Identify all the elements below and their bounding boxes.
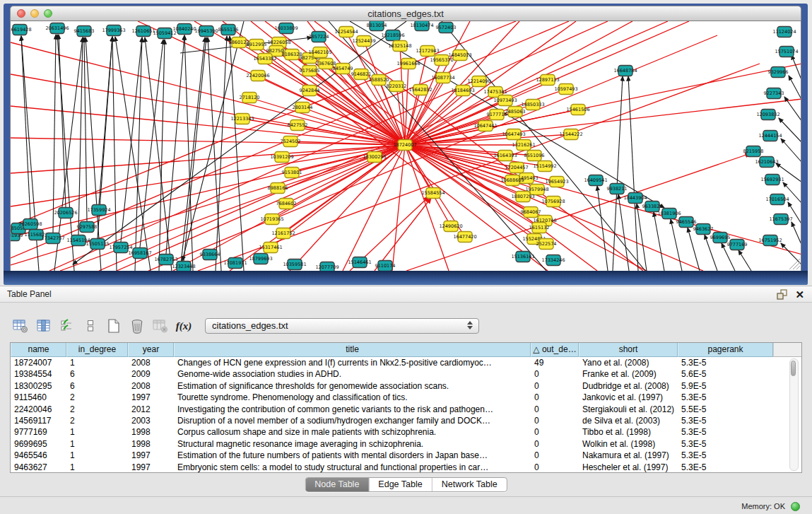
table-cell[interactable]: Genome-wide association studies in ADHD. (174, 368, 531, 380)
network-node[interactable]: 19945390 (194, 26, 218, 37)
column-header-short[interactable]: short (579, 343, 678, 357)
network-node[interactable]: 20631496 (45, 23, 69, 34)
network-node[interactable]: 9177716 (487, 110, 507, 120)
network-node[interactable]: 7485063 (505, 107, 526, 117)
fx-icon[interactable]: f(x) (175, 317, 193, 334)
table-row[interactable]: 946362711997Embryonic stem cells: a mode… (11, 462, 801, 473)
network-node[interactable]: 12161752 (271, 228, 295, 239)
table-cell[interactable]: 5.3E-5 (678, 450, 773, 461)
table-cell[interactable]: 0 (531, 415, 579, 426)
network-node[interactable]: 19218596 (381, 30, 404, 41)
network-node[interactable]: 8655136 (218, 25, 239, 35)
network-node[interactable]: 9415683 (74, 26, 95, 37)
table-cell[interactable]: 0 (531, 404, 579, 415)
table-cell[interactable]: 1 (66, 357, 128, 368)
table-cell[interactable]: 9463627 (11, 462, 66, 473)
table-cell[interactable]: 5.3E-5 (678, 392, 773, 403)
network-node[interactable]: 8427552 (288, 120, 308, 131)
table-cell[interactable]: 9777169 (11, 426, 66, 438)
table-cell[interactable]: 0 (531, 392, 579, 403)
network-node[interactable]: 9110174 (375, 261, 396, 271)
network-node[interactable]: 8215958 (743, 146, 764, 157)
table-cell[interactable]: de Silva et al. (2003) (579, 415, 678, 426)
network-node[interactable]: 16033809 (274, 23, 298, 34)
network-node[interactable]: 2718120 (240, 93, 260, 103)
table-cell[interactable]: Yano et al. (2008) (579, 357, 678, 368)
network-node[interactable]: 15751074 (775, 47, 798, 57)
table-cell[interactable]: 6 (66, 368, 128, 380)
rows-icon[interactable] (81, 317, 100, 334)
network-node[interactable]: 9938211 (607, 184, 628, 194)
network-node[interactable]: 12490620 (439, 221, 462, 232)
network-node[interactable]: 15317461 (259, 243, 282, 253)
new-document-icon[interactable] (105, 317, 123, 334)
table-cell[interactable]: 18724007 (11, 357, 66, 368)
resize-grip-icon[interactable] (793, 262, 800, 269)
table-cell[interactable]: 2012 (128, 404, 174, 415)
tab-edge-table[interactable]: Edge Table (369, 478, 432, 491)
network-node[interactable]: 8551096 (524, 151, 545, 161)
network-node[interactable]: 15642832 (408, 85, 432, 95)
network-window-titlebar[interactable]: citations_edges.txt (10, 6, 801, 21)
table-row[interactable]: 1872400712008Changes of HCN gene express… (11, 357, 801, 368)
network-node[interactable]: 9633821 (642, 201, 663, 212)
table-row[interactable]: 1830029562008Estimation of significance … (11, 380, 801, 392)
network-canvas[interactable]: 1661942820631496941568317999363126106511… (10, 21, 801, 271)
table-cell[interactable]: 1 (66, 438, 128, 450)
table-cell[interactable]: Dudbridge et al. (2008) (579, 380, 678, 392)
network-view-window[interactable]: citations_edges.txt 16619428206314969415… (4, 4, 808, 285)
table-cell[interactable]: 2 (66, 392, 128, 403)
table-cell[interactable]: 5.3E-5 (678, 357, 773, 368)
table-cell[interactable]: Wolkin et al. (1998) (579, 438, 678, 450)
network-node[interactable]: 16619428 (11, 25, 32, 35)
network-node[interactable]: 9463627 (693, 224, 714, 235)
table-cell[interactable]: Changes of HCN gene expression and I(f) … (174, 357, 531, 368)
network-node[interactable]: 9684067 (521, 207, 541, 218)
table-delete-icon[interactable] (151, 317, 170, 334)
table-cell[interactable]: 0 (531, 380, 579, 392)
table-cell[interactable]: 0 (531, 462, 579, 473)
table-cell[interactable]: 22420046 (11, 404, 66, 415)
network-node[interactable]: 16648784 (613, 66, 637, 76)
table-cell[interactable]: 49 (531, 357, 579, 368)
table-row[interactable]: 911546021997Tourette syndrome. Phenomeno… (11, 392, 801, 403)
table-cell[interactable]: Jankovic et al. (1997) (579, 392, 678, 403)
table-cell[interactable]: Disruption of a novel member of a sodium… (174, 415, 531, 426)
checklist-icon[interactable] (58, 317, 76, 334)
network-node[interactable]: 12524439 (352, 36, 375, 47)
network-node[interactable]: 2522574 (536, 239, 557, 250)
network-node[interactable]: 9297588 (77, 222, 98, 233)
network-node[interactable]: 19654923 (545, 177, 568, 187)
table-cell[interactable]: 1 (66, 450, 128, 461)
table-cell[interactable]: 1997 (128, 462, 174, 473)
network-node[interactable]: 7684602 (276, 199, 297, 209)
network-node[interactable]: 17334246 (541, 255, 565, 266)
network-node[interactable]: 2803144 (293, 103, 313, 113)
network-node[interactable]: 17016504 (765, 194, 789, 205)
network-node[interactable]: 17359924 (87, 205, 110, 216)
table-cell[interactable]: 1997 (128, 450, 174, 461)
network-node[interactable]: 7524502 (281, 136, 301, 147)
table-row[interactable]: 2242004622012Investigating the contribut… (11, 404, 801, 415)
table-cell[interactable]: 2 (66, 404, 128, 415)
trash-icon[interactable] (128, 317, 146, 334)
network-node[interactable]: 18325148 (388, 41, 411, 52)
table-cell[interactable]: Stergiakouli et al. (2012) (579, 404, 678, 415)
table-cell[interactable]: 2008 (128, 380, 174, 392)
table-row[interactable]: 1938455462009Genome-wide association stu… (11, 368, 801, 380)
network-node[interactable]: 8813054 (367, 21, 387, 31)
network-node[interactable]: 15154992 (533, 161, 556, 172)
network-node[interactable]: 16409541 (584, 175, 607, 186)
table-columns-icon[interactable] (35, 317, 53, 334)
table-cell[interactable]: 5.5E-5 (678, 404, 773, 415)
network-node[interactable]: 9175685 (300, 66, 320, 76)
table-cell[interactable]: Estimation of significance thresholds fo… (174, 380, 531, 392)
network-node[interactable]: 9338664 (200, 250, 220, 260)
network-node[interactable]: 9329966 (768, 67, 789, 78)
memory-ok-indicator-icon[interactable] (791, 502, 800, 511)
table-cell[interactable]: 14569117 (11, 415, 66, 426)
network-node[interactable]: 20206526 (54, 208, 77, 218)
tab-node-table[interactable]: Node Table (305, 478, 369, 491)
resize-grip-icon[interactable] (796, 266, 800, 269)
table-cell[interactable]: 1997 (128, 392, 174, 403)
